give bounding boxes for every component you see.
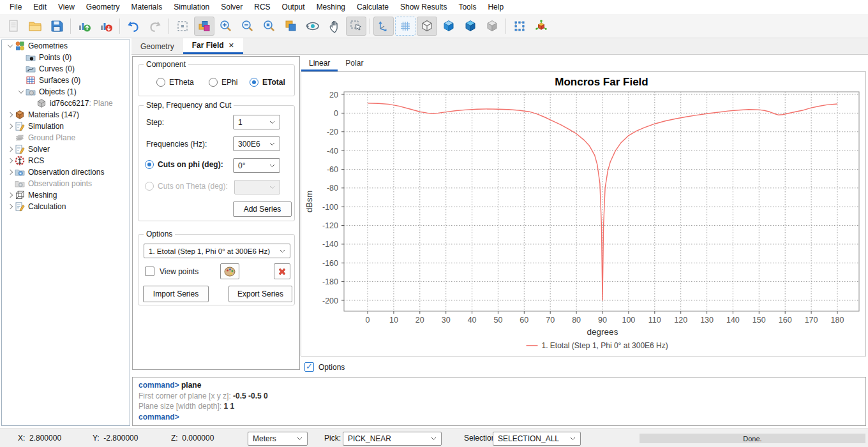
menu-item-geometry[interactable]: Geometry — [80, 0, 126, 14]
tree-item-simulation[interactable]: Simulation — [2, 121, 130, 132]
tree-item-objects-1[interactable]: Objects (1) — [2, 86, 130, 98]
chevron-right-icon[interactable] — [6, 110, 15, 119]
toolbar-grid-button[interactable] — [395, 17, 415, 36]
toolbar-pan-button[interactable] — [324, 17, 345, 36]
tree-item-id76cc6217[interactable]: id76cc6217 : Plane — [2, 98, 130, 109]
toolbar-wireframe-view-button[interactable] — [417, 17, 437, 36]
menu-item-solver[interactable]: Solver — [215, 0, 248, 14]
chevron-down-icon[interactable] — [6, 41, 15, 50]
svg-text:60: 60 — [520, 316, 528, 325]
menu-item-show-results[interactable]: Show Results — [394, 0, 453, 14]
menu-item-rcs[interactable]: RCS — [248, 0, 276, 14]
console-line: command> plane — [138, 380, 865, 391]
toolbar-undo-button[interactable] — [123, 17, 144, 36]
close-icon[interactable]: ✕ — [228, 42, 234, 49]
chevron-right-icon[interactable] — [6, 156, 15, 165]
chevron-right-icon[interactable] — [6, 122, 15, 131]
toolbar-zoom-out-button[interactable] — [237, 17, 258, 36]
pick-select[interactable]: PICK_NEAR — [343, 432, 442, 446]
tree-item-materials-147[interactable]: Materials (147) — [2, 109, 130, 121]
tree-item-surfaces-0[interactable]: Surfaces (0) — [2, 75, 130, 86]
menu-item-view[interactable]: View — [52, 0, 80, 14]
toolbar-zoom-in-button[interactable] — [216, 17, 236, 36]
tree-item-ground-plane[interactable]: Ground Plane — [2, 132, 130, 143]
tab-far-field[interactable]: Far Field ✕ — [183, 38, 243, 54]
options-group-legend: Options — [144, 230, 175, 238]
cuts-on-theta-radio[interactable]: Cuts on Theta (deg): — [145, 182, 228, 191]
toolbar-fit-view-button[interactable] — [172, 17, 193, 36]
chevron-right-icon[interactable] — [6, 202, 15, 211]
tab-polar[interactable]: Polar — [338, 56, 371, 71]
tab-geometry[interactable]: Geometry — [131, 38, 183, 54]
export-series-icon — [98, 18, 114, 34]
menu-item-calculate[interactable]: Calculate — [351, 0, 394, 14]
options-checkbox[interactable]: Options — [304, 362, 345, 372]
menu-item-meshing[interactable]: Meshing — [311, 0, 351, 14]
view-points-checkbox[interactable]: View points — [145, 267, 198, 276]
menu-item-edit[interactable]: Edit — [27, 0, 52, 14]
tree-item-observation-points[interactable]: Observation points — [2, 178, 130, 189]
toolbar-redo-button[interactable] — [145, 17, 165, 36]
select-icon — [348, 18, 364, 34]
menu-item-simulation[interactable]: Simulation — [168, 0, 215, 14]
series-color-button[interactable] — [220, 263, 239, 279]
toolbar-axes-button[interactable] — [373, 17, 394, 36]
frequencies-select[interactable]: 300E6 — [233, 136, 280, 151]
toolbar-render-cubes-button[interactable] — [194, 17, 214, 36]
etotal-radio-label: ETotal — [262, 78, 285, 87]
toolbar-import-series-button[interactable] — [74, 17, 94, 36]
options-checkbox-label: Options — [318, 363, 345, 372]
toolbar-overlap-squares-button[interactable] — [281, 17, 301, 36]
menu-item-output[interactable]: Output — [276, 0, 311, 14]
chevron-right-icon[interactable] — [6, 145, 15, 154]
toolbar-save-button[interactable] — [47, 17, 67, 36]
export-series-button[interactable]: Export Series — [228, 286, 292, 302]
view-points-checkbox-box — [145, 267, 154, 276]
menu-item-help[interactable]: Help — [482, 0, 509, 14]
toolbar-hidden-view-button[interactable] — [482, 17, 502, 36]
units-select[interactable]: Meters — [248, 432, 308, 446]
import-series-button[interactable]: Import Series — [143, 286, 209, 302]
coord-z-label: Z: — [171, 434, 178, 443]
toolbar-orientation-axes-button[interactable] — [531, 17, 551, 36]
ephi-radio[interactable]: EPhi — [209, 78, 237, 87]
selection-select[interactable]: SELECTION_ALL — [493, 432, 581, 446]
delete-series-button[interactable] — [274, 263, 290, 279]
step-select[interactable]: 1 — [233, 115, 280, 129]
menu-item-tools[interactable]: Tools — [453, 0, 482, 14]
chevron-down-icon[interactable] — [17, 87, 26, 96]
chevron-right-icon[interactable] — [6, 168, 15, 177]
solid-view-icon — [441, 18, 456, 34]
console-command: plane — [179, 381, 202, 390]
menu-item-materials[interactable]: Materials — [126, 0, 168, 14]
tree-item-geometries[interactable]: Geometries — [2, 40, 130, 52]
toolbar-solid-view-button[interactable] — [438, 17, 459, 36]
shapes-icon — [15, 41, 26, 51]
tree-item-meshing[interactable]: Meshing — [2, 189, 130, 201]
tree-item-curves-0[interactable]: Curves (0) — [2, 63, 130, 75]
cuts-on-theta-select[interactable] — [234, 180, 280, 194]
toolbar-new-document-button[interactable] — [3, 17, 24, 36]
etheta-radio[interactable]: ETheta — [156, 78, 194, 87]
tree-item-solver[interactable]: Solver — [2, 143, 130, 155]
toolbar-zoom-window-button[interactable] — [259, 17, 280, 36]
toolbar-export-series-button[interactable] — [96, 17, 116, 36]
series-select[interactable]: 1. Etotal (Step 1, Phi 0° at 300E6 Hz) — [144, 244, 290, 258]
toolbar-open-file-button[interactable] — [25, 17, 45, 36]
tree-item-calculation[interactable]: Calculation — [2, 201, 130, 212]
chevron-right-icon[interactable] — [6, 191, 15, 200]
tree-item-points-0[interactable]: Points (0) — [2, 52, 130, 63]
toolbar-select-button[interactable] — [346, 17, 366, 36]
menu-item-file[interactable]: File — [4, 0, 27, 14]
command-console[interactable]: command> planeFirst corner of plane [x y… — [132, 377, 866, 426]
tree-item-rcs[interactable]: RCS — [2, 155, 130, 166]
etotal-radio[interactable]: ETotal — [250, 78, 285, 87]
cuts-on-phi-select[interactable]: 0° — [233, 158, 280, 173]
toolbar-orbit-button[interactable] — [303, 17, 323, 36]
tab-linear[interactable]: Linear — [301, 56, 338, 71]
add-series-button[interactable]: Add Series — [233, 202, 292, 217]
toolbar-selection-handles-button[interactable] — [509, 17, 530, 36]
tree-item-observation-directions[interactable]: Observation directions — [2, 166, 130, 178]
toolbar-shaded-view-button[interactable] — [460, 17, 481, 36]
cuts-on-phi-radio[interactable]: Cuts on phi (deg): — [145, 160, 223, 169]
